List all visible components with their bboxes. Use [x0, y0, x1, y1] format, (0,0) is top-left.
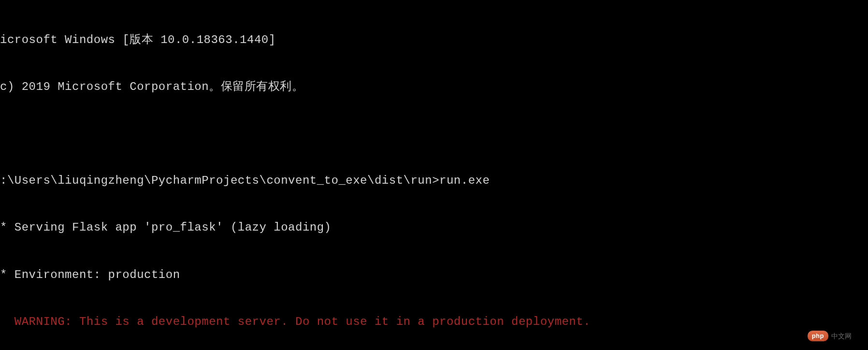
- terminal-line: * Serving Flask app 'pro_flask' (lazy lo…: [0, 220, 868, 235]
- watermark: php 中文网: [808, 331, 852, 341]
- watermark-label: 中文网: [831, 332, 852, 341]
- terminal-line-warning: WARNING: This is a development server. D…: [0, 314, 868, 330]
- terminal-line: [0, 126, 868, 142]
- terminal-line: icrosoft Windows [版本 10.0.18363.1440]: [0, 32, 868, 48]
- terminal-line: * Environment: production: [0, 267, 868, 283]
- terminal-output[interactable]: icrosoft Windows [版本 10.0.18363.1440] c)…: [0, 1, 868, 350]
- terminal-line: :\Users\liuqingzheng\PycharmProjects\con…: [0, 173, 868, 189]
- terminal-line: c) 2019 Microsoft Corporation。保留所有权利。: [0, 79, 868, 95]
- watermark-pill: php: [808, 331, 828, 341]
